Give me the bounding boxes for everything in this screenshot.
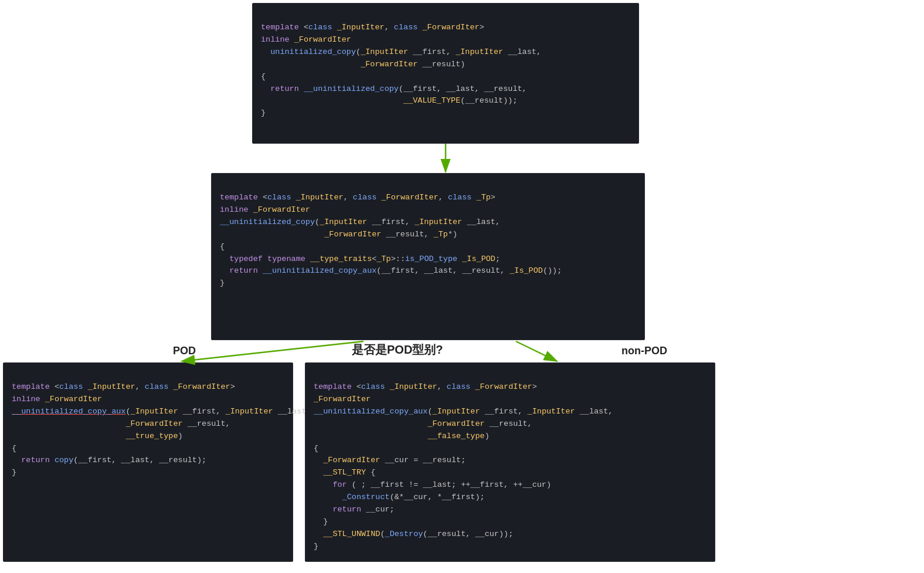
arrow-middle-to-bottom-right [516,341,557,361]
top-code-box: template <class _InputIter, class _Forwa… [252,3,639,144]
middle-code-box: template <class _InputIter, class _Forwa… [211,173,645,340]
diagram-container: template <class _InputIter, class _Forwa… [0,0,924,573]
pod-label: POD [173,345,196,357]
question-label: 是否是POD型别? [352,342,443,358]
arrow-middle-to-bottom-left [182,341,364,361]
bottom-right-code-box: template <class _InputIter, class _Forwa… [305,362,715,562]
non-pod-label: non-POD [621,345,667,357]
bottom-left-code-box: template <class _InputIter, class _Forwa… [3,362,293,562]
